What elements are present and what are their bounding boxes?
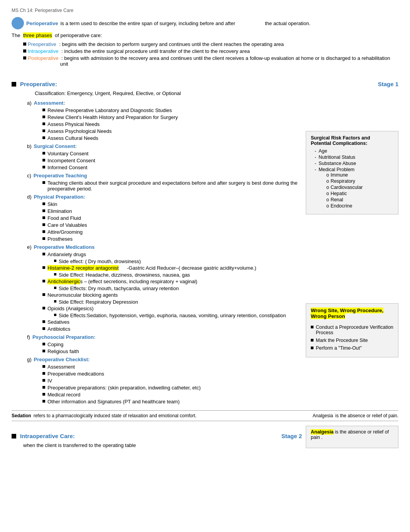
analgesia-box: Analgesia is the absence or relief of pa…: [306, 426, 398, 448]
checklist-label: Preoperative Checklist:: [34, 357, 90, 362]
section-b: b) Surgical Consent:: [27, 143, 302, 149]
risk-respiratory: oRespiratory: [326, 178, 363, 184]
anticholinergic-highlight: Anticholinergic: [47, 279, 80, 284]
intraop-left: Intraoperative Care: Stage 2 when the cl…: [12, 426, 302, 448]
item-incompetent: Incompetent Consent: [42, 158, 302, 163]
phase-name-pre: Preoperative: [28, 41, 56, 47]
letter-g: g): [27, 357, 32, 362]
letter-f: f): [27, 334, 30, 340]
risk-nutrition: -Nutritional Status: [315, 155, 393, 160]
item-anticholinergic-side: Side Effects: Dry mouth, tachycardia, ur…: [54, 286, 302, 291]
analgesia-box-text2: pain .: [311, 435, 323, 440]
intraop-row: Intraoperative Care: Stage 2 when the cl…: [12, 426, 398, 448]
item-neuromuscular: Neuromuscular blocking agents: [42, 292, 302, 298]
item-opioids-side: Side Effects:Sedation, hypotension, vert…: [54, 313, 302, 318]
wrong-site-item-1: Conduct a Preprocedure Verification Proc…: [311, 325, 393, 335]
intraop-desc: when the client is transferred to the op…: [23, 442, 302, 448]
item-prostheses: Prostheses: [42, 236, 302, 242]
item-checklist-medical: Medical record: [42, 392, 302, 398]
phase-desc-post: : begins with admission to the recovery …: [60, 55, 399, 67]
preop-meds-label: Preoperative Medications: [34, 244, 95, 250]
item-antianxiety: Antianxiety drugs: [42, 252, 302, 257]
section-f: f) Psychosocial Preparation:: [27, 334, 302, 340]
stage-1-label: Stage 1: [378, 81, 398, 87]
item-voluntary: Voluntary Consent: [42, 151, 302, 156]
phase-name-post: Postoperative: [28, 55, 59, 61]
header-intro: is a term used to describe the entire sp…: [60, 20, 235, 26]
preop-section-header: Preoperative: Stage 1: [12, 81, 398, 87]
item-review-lab: Review Preoperative Laboratory and Diagn…: [42, 107, 302, 113]
item-antianxiety-side: Side effect: ( Dry mouth, drowsiness): [54, 258, 302, 264]
item-neuromuscular-side: Side Effect: Respiratory Depression: [54, 299, 302, 305]
section-d: d) Physical Preparation:: [27, 194, 302, 200]
phase-intraoperative: Intraoperative : includes the entire sur…: [23, 48, 398, 54]
bottom-bar: Sedation refers to a pharmacologically i…: [12, 410, 398, 421]
letter-b: b): [27, 143, 32, 149]
item-valuables: Care of Valuables: [42, 222, 302, 228]
intraop-header: Intraoperative Care: Stage 2: [12, 433, 302, 439]
letter-a: a): [27, 100, 32, 106]
risk-medical: - Medical Problem oImmune oRespiratory o…: [315, 167, 393, 209]
phases-list: Preoperative : begins with the decision …: [23, 41, 398, 67]
item-physical: Assess Physical Needs: [42, 121, 302, 127]
risk-hepatic: oHepatic: [326, 191, 363, 196]
item-checklist-meds: Preoperative medications: [42, 371, 302, 377]
item-psychological: Assess Psychological Needs: [42, 128, 302, 134]
stage-2-label: Stage 2: [281, 433, 302, 439]
page-title: MS Ch 14: Perioperative Care: [12, 8, 398, 13]
phase-name-intra: Intraoperative: [28, 48, 59, 54]
blue-oval-icon: [12, 17, 24, 29]
phase-preoperative: Preoperative : begins with the decision …: [23, 41, 398, 47]
analgesia-desc: is the absence or relief of pain.: [335, 413, 398, 418]
bullet-icon: [23, 42, 26, 46]
item-checklist-prep: Preoperative preparations: (skin prepara…: [42, 385, 302, 391]
surgical-consent-label: Surgical Consent:: [34, 143, 77, 149]
wrong-site-item-3: Perform a "Time-Out": [311, 345, 393, 351]
sedation-desc: refers to a pharmacologically induced st…: [34, 413, 197, 418]
item-histamine-side: Side Effect: Headache, dizziness, drowsi…: [54, 272, 302, 278]
histamine-highlight: Histamine-2 receptor antagonist: [47, 265, 119, 271]
wrong-site-item-2: Mark the Procedure Site: [311, 338, 393, 343]
assessment-label: Assessment:: [34, 100, 65, 106]
letter-e: e): [27, 244, 32, 250]
item-informed: Informed Consent: [42, 165, 302, 170]
item-skin: Skin: [42, 201, 302, 207]
risk-factors-box: Surgical Risk Factors and Potential Comp…: [306, 131, 398, 214]
letter-d: d): [27, 194, 32, 200]
preop-label: Preoperative:: [20, 81, 57, 87]
letter-c: c): [27, 173, 31, 178]
item-cultural: Assess Cultural Needs: [42, 135, 302, 141]
item-checklist-other: Other information and Signatures (PT and…: [42, 399, 302, 405]
risk-factors-title: Surgical Risk Factors and Potential Comp…: [311, 135, 393, 146]
analgesia-highlight: Analgesia: [311, 429, 334, 435]
section-a: a) Assessment:: [27, 100, 302, 106]
perioperative-term: Perioperative: [26, 20, 58, 26]
analgesia-term: Analgesia: [313, 413, 333, 418]
analgesia-box-text: is the absence or relief of: [335, 429, 389, 435]
bullet-icon: [23, 56, 26, 59]
three-phases-line: The three phases of perioperative care:: [12, 32, 398, 38]
phase-desc-pre: : begins with the decision to perform su…: [58, 41, 284, 47]
item-elimination: Elimination: [42, 208, 302, 214]
phase-postoperative: Postoperative : begins with admission to…: [23, 55, 398, 67]
phase-desc-intra: : includes the entire surgical procedure…: [60, 48, 250, 54]
preop-teaching-label: Preoperative Teaching: [34, 173, 87, 178]
header-line: Perioperative is a term used to describe…: [12, 17, 398, 29]
main-content: a) Assessment: Review Preoperative Labor…: [12, 100, 398, 406]
item-attire: Attire/Grooming: [42, 229, 302, 235]
physical-prep-label: Physical Preparation:: [34, 194, 85, 200]
risk-endocrine: oEndocrine: [326, 203, 363, 209]
item-coping: Coping: [42, 342, 302, 347]
item-histamine: Histamine-2 receptor antagonist -Gastric…: [42, 265, 302, 271]
intraop-label: Intraoperative Care:: [20, 433, 75, 439]
item-checklist-iv: IV: [42, 378, 302, 384]
risk-substance: -Substance Abuse: [315, 161, 393, 166]
item-food-fluid: Food and Fluid: [42, 215, 302, 221]
item-antibiotics: Antibiotics: [42, 326, 302, 332]
item-checklist-assess: Assessment: [42, 364, 302, 370]
right-sidebar: Surgical Risk Factors and Potential Comp…: [306, 100, 398, 406]
classification-text: Classification: Emergency, Urgent, Requi…: [35, 90, 398, 96]
section-e: e) Preoperative Medications: [27, 244, 302, 250]
wrong-site-title: Wrong Site, Wrong Procedure,Wrong Person: [311, 308, 393, 319]
medical-sub-list: oImmune oRespiratory oCardiovascular oHe…: [326, 172, 363, 209]
